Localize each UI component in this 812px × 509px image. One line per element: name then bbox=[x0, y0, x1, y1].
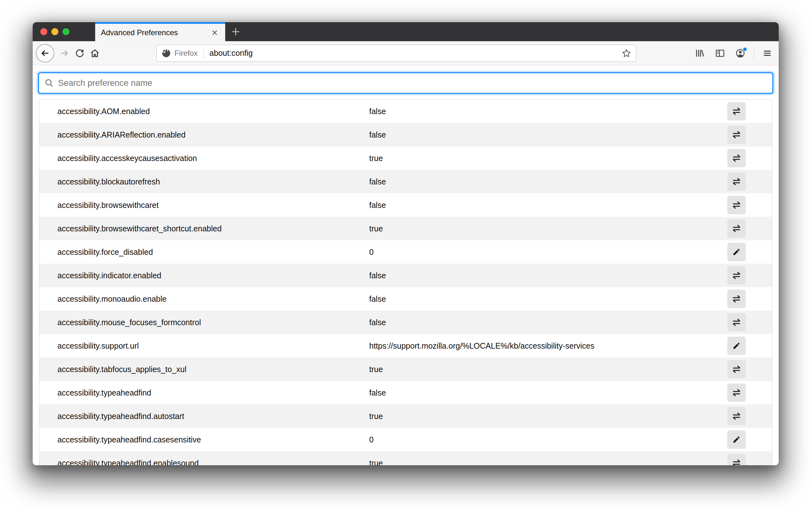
edit-button[interactable] bbox=[727, 337, 746, 355]
pref-name: accessibility.typeaheadfind.enablesound bbox=[39, 459, 369, 466]
sidebars-button[interactable] bbox=[713, 46, 727, 60]
toolbar-separator bbox=[754, 47, 754, 60]
tab-title: Advanced Preferences bbox=[101, 28, 210, 37]
toggle-button[interactable] bbox=[727, 313, 746, 332]
pref-row: accessibility.AOM.enabled false bbox=[39, 100, 772, 123]
preference-search-box[interactable] bbox=[38, 72, 773, 94]
identity-label: Firefox bbox=[175, 49, 197, 58]
arrow-left-icon bbox=[40, 48, 50, 58]
pref-name: accessibility.ARIAReflection.enabled bbox=[39, 130, 369, 139]
pref-name: accessibility.accesskeycausesactivation bbox=[39, 154, 369, 163]
toggle-button[interactable] bbox=[727, 407, 746, 425]
magnifier-icon bbox=[44, 78, 54, 88]
account-button[interactable] bbox=[733, 46, 747, 60]
url-bar[interactable]: Firefox about:config bbox=[156, 45, 636, 62]
forward-button[interactable] bbox=[57, 46, 72, 61]
pref-row: accessibility.typeaheadfind.casesensitiv… bbox=[39, 428, 772, 451]
toggle-button[interactable] bbox=[727, 149, 746, 167]
arrow-right-icon bbox=[60, 48, 69, 58]
traffic-lights bbox=[33, 22, 95, 41]
edit-button[interactable] bbox=[727, 431, 746, 449]
pref-row: accessibility.browsewithcaret_shortcut.e… bbox=[39, 217, 772, 240]
minimize-window-button[interactable] bbox=[52, 28, 58, 35]
pref-name: accessibility.typeaheadfind bbox=[39, 388, 369, 398]
pref-value: false bbox=[369, 177, 727, 186]
swap-arrows-icon bbox=[732, 271, 741, 280]
toggle-button[interactable] bbox=[727, 383, 746, 402]
pencil-icon bbox=[732, 342, 741, 350]
pref-name: accessibility.tabfocus_applies_to_xul bbox=[39, 365, 369, 374]
swap-arrows-icon bbox=[732, 177, 741, 186]
pref-name: accessibility.typeaheadfind.autostart bbox=[39, 412, 369, 421]
swap-arrows-icon bbox=[732, 107, 741, 116]
browser-window: Advanced Preferences bbox=[33, 22, 779, 465]
pref-name: accessibility.typeaheadfind.casesensitiv… bbox=[39, 435, 369, 444]
pref-row: accessibility.ARIAReflection.enabled fal… bbox=[39, 123, 772, 146]
menu-button[interactable] bbox=[760, 46, 774, 60]
pref-name: accessibility.support.url bbox=[39, 341, 369, 350]
pref-row: accessibility.browsewithcaret false bbox=[39, 193, 772, 217]
zoom-window-button[interactable] bbox=[62, 28, 69, 35]
tab-bar: Advanced Preferences bbox=[33, 22, 779, 41]
pref-name: accessibility.blockautorefresh bbox=[39, 177, 369, 186]
pref-row: accessibility.blockautorefresh false bbox=[39, 170, 772, 193]
pref-name: accessibility.AOM.enabled bbox=[39, 107, 369, 116]
about-config-page: accessibility.AOM.enabled false accessib… bbox=[33, 72, 779, 465]
toggle-button[interactable] bbox=[727, 172, 746, 191]
pref-name: accessibility.browsewithcaret bbox=[39, 201, 369, 210]
tab-advanced-preferences[interactable]: Advanced Preferences bbox=[95, 22, 225, 41]
pref-value: true bbox=[369, 154, 727, 163]
pref-value: false bbox=[369, 107, 727, 116]
swap-arrows-icon bbox=[732, 318, 741, 327]
back-button[interactable] bbox=[36, 44, 54, 62]
pref-row: accessibility.tabfocus_applies_to_xul tr… bbox=[39, 358, 772, 381]
preferences-table: accessibility.AOM.enabled false accessib… bbox=[39, 99, 772, 465]
toggle-button[interactable] bbox=[727, 360, 746, 378]
swap-arrows-icon bbox=[732, 130, 741, 139]
hamburger-icon bbox=[762, 48, 772, 58]
pref-name: accessibility.monoaudio.enable bbox=[39, 295, 369, 304]
swap-arrows-icon bbox=[732, 154, 741, 163]
swap-arrows-icon bbox=[732, 459, 741, 465]
pref-row: accessibility.accesskeycausesactivation … bbox=[39, 146, 772, 170]
pref-value: false bbox=[369, 271, 727, 280]
pref-value: false bbox=[369, 201, 727, 210]
pref-value: false bbox=[369, 388, 727, 398]
navigation-toolbar: Firefox about:config bbox=[33, 41, 779, 65]
swap-arrows-icon bbox=[732, 295, 741, 303]
pref-row: accessibility.typeaheadfind.autostart tr… bbox=[39, 404, 772, 428]
toggle-button[interactable] bbox=[727, 290, 746, 308]
toggle-button[interactable] bbox=[727, 266, 746, 284]
bookmark-star-button[interactable] bbox=[621, 48, 631, 58]
toggle-button[interactable] bbox=[727, 454, 746, 465]
close-window-button[interactable] bbox=[40, 28, 47, 35]
library-icon bbox=[695, 48, 705, 58]
home-button[interactable] bbox=[87, 46, 102, 61]
tab-close-icon[interactable] bbox=[210, 28, 219, 37]
pref-name: accessibility.browsewithcaret_shortcut.e… bbox=[39, 224, 369, 233]
url-text: about:config bbox=[209, 48, 621, 58]
toggle-button[interactable] bbox=[727, 196, 746, 214]
pref-row: accessibility.support.url https://suppor… bbox=[39, 334, 772, 358]
pencil-icon bbox=[732, 248, 741, 256]
toggle-button[interactable] bbox=[727, 219, 746, 238]
pref-value: true bbox=[369, 224, 727, 233]
library-button[interactable] bbox=[693, 46, 707, 60]
pref-value: 0 bbox=[369, 247, 727, 257]
pref-value: true bbox=[369, 365, 727, 374]
edit-button[interactable] bbox=[727, 243, 746, 261]
pref-value: true bbox=[369, 459, 727, 466]
swap-arrows-icon bbox=[732, 224, 741, 233]
toggle-button[interactable] bbox=[727, 126, 746, 144]
new-tab-button[interactable] bbox=[227, 22, 244, 41]
toolbar-right-group bbox=[693, 46, 774, 60]
sidebar-icon bbox=[715, 48, 725, 58]
swap-arrows-icon bbox=[732, 365, 741, 374]
home-icon bbox=[90, 48, 100, 58]
search-input[interactable] bbox=[58, 78, 767, 88]
pref-row: accessibility.typeaheadfind.enablesound … bbox=[39, 451, 772, 465]
reload-button[interactable] bbox=[72, 46, 87, 61]
url-separator bbox=[203, 48, 204, 58]
toggle-button[interactable] bbox=[727, 102, 746, 121]
pref-row: accessibility.monoaudio.enable false bbox=[39, 287, 772, 311]
